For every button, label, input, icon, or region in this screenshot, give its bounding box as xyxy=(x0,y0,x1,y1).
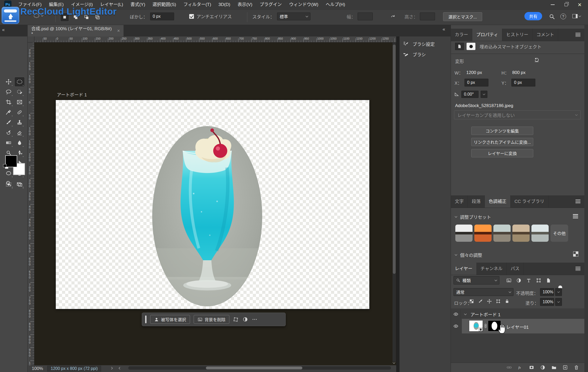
adjustments-tab-0[interactable]: 文字 xyxy=(451,195,468,208)
height-input[interactable] xyxy=(420,13,435,20)
filter-type-icon[interactable] xyxy=(526,278,531,283)
action-button-2[interactable]: レイヤーに変換 xyxy=(471,149,533,157)
properties-tab-1[interactable]: プロパティ xyxy=(472,29,502,41)
y-input[interactable]: 0 px xyxy=(511,79,535,86)
more-options-icon[interactable] xyxy=(252,317,258,322)
remove-background-button[interactable]: 背景を削除 xyxy=(194,315,229,324)
adjustments-tab-3[interactable]: CC ライブラリ xyxy=(511,195,548,208)
layer-name[interactable]: アートボード 1 xyxy=(470,311,500,318)
action-button-0[interactable]: コンテンツを編集 xyxy=(471,127,533,135)
lasso-tool[interactable] xyxy=(4,87,14,97)
horizontal-scrollbar-thumb[interactable] xyxy=(206,367,302,369)
antialias-checkbox[interactable] xyxy=(189,14,194,19)
menu-プラグイン[interactable]: プラグイン xyxy=(256,0,285,9)
lock-position-icon[interactable] xyxy=(487,299,492,304)
blend-mode-dropdown[interactable]: 通常 xyxy=(454,288,513,296)
expand-group-icon[interactable] xyxy=(464,312,467,315)
visibility-toggle[interactable] xyxy=(451,319,461,333)
eraser-tool[interactable] xyxy=(15,128,24,137)
w-value[interactable]: 1200 px xyxy=(466,70,482,75)
scroll-left-icon[interactable] xyxy=(119,367,121,369)
close-icon[interactable]: ✕ xyxy=(578,2,582,7)
filter-adjustment-icon[interactable] xyxy=(516,278,522,283)
properties-tab-2[interactable]: ヒストリー xyxy=(502,29,532,41)
select-and-mask-button[interactable]: 選択とマスク... xyxy=(443,12,482,21)
close-tab-icon[interactable]: × xyxy=(117,28,120,34)
h-value[interactable]: 800 px xyxy=(512,70,525,75)
preset-list-view-icon[interactable] xyxy=(573,214,578,218)
document-tab[interactable]: 合成.psd @ 100% (レイヤー01, RGB/8#) * × xyxy=(28,25,124,36)
ruler-origin-box[interactable] xyxy=(28,36,34,42)
layer-name[interactable]: レイヤー01 xyxy=(506,324,529,330)
share-button[interactable]: 共有 xyxy=(524,12,542,20)
reset-transform-icon[interactable] xyxy=(534,57,540,63)
object-selection-tool[interactable] xyxy=(15,87,24,97)
vertical-scrollbar[interactable] xyxy=(393,42,396,362)
action-button-1[interactable]: リンクされたアイテムに変換... xyxy=(471,138,533,146)
transform-warp-icon[interactable] xyxy=(233,317,239,322)
clone-stamp-tool[interactable] xyxy=(15,118,24,127)
frame-tool[interactable] xyxy=(15,97,24,107)
artboard-label[interactable]: アートボード 1 xyxy=(57,91,87,98)
adjustments-tab-1[interactable]: 段落 xyxy=(468,195,485,208)
panel-scrollbar[interactable] xyxy=(584,25,588,372)
eyedropper-tool[interactable] xyxy=(4,108,14,117)
preset-black-white[interactable] xyxy=(455,225,473,242)
layer-row-artboard[interactable]: アートボード 1 xyxy=(451,309,584,319)
menu-ヘルプ(H)[interactable]: ヘルプ(H) xyxy=(322,0,349,9)
individual-section-header[interactable]: 個々の調整 xyxy=(455,252,482,258)
taskbar-drag-handle[interactable] xyxy=(145,315,146,323)
gradient-tool[interactable] xyxy=(4,138,14,147)
layers-tab-1[interactable]: チャンネル xyxy=(477,263,507,275)
blur-tool[interactable] xyxy=(15,138,24,147)
new-layer-icon[interactable] xyxy=(562,365,568,370)
x-input[interactable]: 0 px xyxy=(464,79,488,86)
restore-icon[interactable] xyxy=(565,3,568,6)
menu-表示(V)[interactable]: 表示(V) xyxy=(234,0,256,9)
elliptical-marquee-tool[interactable] xyxy=(15,77,24,86)
visibility-toggle[interactable] xyxy=(451,309,461,319)
menu-書式(Y)[interactable]: 書式(Y) xyxy=(127,0,149,9)
brush-settings-panel-button[interactable]: ブラシ設定 xyxy=(400,39,451,49)
adjustments-tab-2[interactable]: 色調補正 xyxy=(485,195,511,208)
menu-3D(D)[interactable]: 3D(D) xyxy=(215,0,234,9)
lock-artboard-icon[interactable] xyxy=(496,299,501,304)
fill-input[interactable]: 100% xyxy=(540,298,554,306)
feather-input[interactable]: 0 px xyxy=(150,13,174,20)
brushes-panel-button[interactable]: ブラシ xyxy=(400,49,451,59)
filter-shape-icon[interactable] xyxy=(536,278,541,283)
new-group-icon[interactable] xyxy=(551,365,557,370)
quick-mask-button[interactable] xyxy=(4,180,14,189)
lock-transparency-icon[interactable] xyxy=(469,299,474,304)
preset-sunset[interactable] xyxy=(474,225,492,242)
history-brush-tool[interactable] xyxy=(4,128,14,137)
vertical-ruler[interactable]: 2001501005005010015020025030035040045050… xyxy=(28,42,34,365)
width-input[interactable] xyxy=(358,13,373,20)
swap-colors-icon[interactable] xyxy=(18,152,23,157)
properties-tab-0[interactable]: カラー xyxy=(451,29,472,41)
collapse-right-dock-icon[interactable]: « xyxy=(443,27,445,32)
help-icon[interactable]: ? xyxy=(560,14,566,19)
layer-thumbnail[interactable] xyxy=(469,320,483,331)
healing-brush-tool[interactable] xyxy=(15,108,24,117)
preset-sepia[interactable] xyxy=(512,225,530,242)
style-dropdown[interactable]: 標準 xyxy=(277,13,310,20)
cocktail-image[interactable] xyxy=(152,126,262,307)
opacity-input[interactable]: 100% xyxy=(540,288,554,296)
angle-input[interactable]: 0.00° xyxy=(461,91,479,98)
horizontal-ruler[interactable]: 5005010015020025030035040045050055060065… xyxy=(34,36,396,42)
workspace-switcher[interactable] xyxy=(572,14,581,18)
add-layer-mask-icon[interactable] xyxy=(529,365,534,370)
opacity-dropdown[interactable] xyxy=(555,288,562,296)
horizontal-scrollbar[interactable] xyxy=(128,366,391,370)
minimize-icon[interactable] xyxy=(551,4,555,5)
search-icon[interactable] xyxy=(549,14,555,20)
preset-pale[interactable] xyxy=(531,225,549,242)
select-subject-button[interactable]: 被写体を選択 xyxy=(150,315,190,324)
crop-tool[interactable] xyxy=(4,97,14,107)
grid-view-icon[interactable] xyxy=(573,252,578,256)
foreground-color-swatch[interactable] xyxy=(5,155,17,167)
ellipse-shape-tool[interactable] xyxy=(4,169,14,178)
layer-style-icon[interactable] xyxy=(518,365,523,370)
screen-mode-button[interactable] xyxy=(15,180,24,189)
